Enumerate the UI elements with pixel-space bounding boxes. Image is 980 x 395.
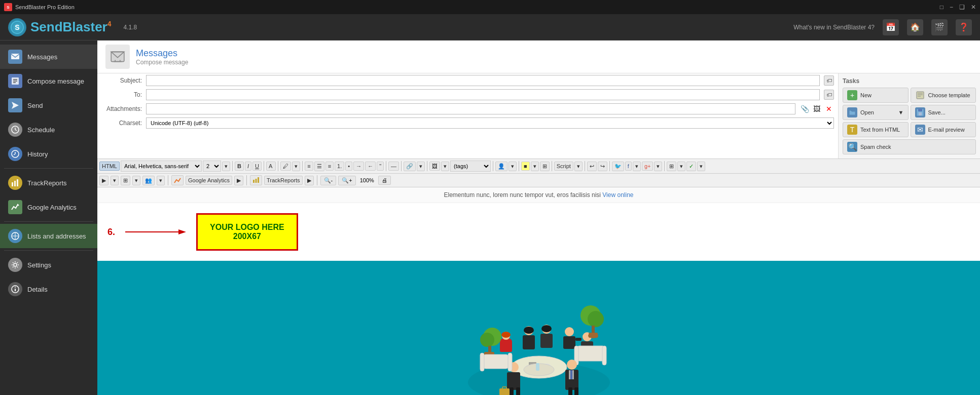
tr-label-btn[interactable]: TrackReports	[264, 176, 303, 185]
sidebar-item-send[interactable]: Send	[0, 93, 97, 117]
fb-arrow[interactable]: ▾	[633, 162, 641, 171]
yellow-btn[interactable]: ■	[521, 162, 530, 171]
toolbar2-btn1[interactable]: ▶	[99, 176, 108, 185]
layout-arrow[interactable]: ▾	[677, 162, 685, 171]
view-online-link[interactable]: View online	[602, 191, 633, 199]
ol-btn[interactable]: 1.	[335, 162, 344, 171]
outdent-btn[interactable]: ←	[365, 162, 376, 171]
check-arrow[interactable]: ▾	[697, 162, 705, 171]
redo-btn[interactable]: ↪	[598, 162, 607, 171]
maximize-btn[interactable]: ❑	[959, 4, 965, 11]
ga-icon-btn[interactable]	[171, 175, 184, 185]
hr-btn[interactable]: —	[388, 162, 399, 171]
table-btn[interactable]: ⊞	[540, 162, 550, 171]
google-plus-btn[interactable]: g+	[642, 162, 654, 171]
whats-new-link[interactable]: What's new in SendBlaster 4?	[793, 24, 875, 31]
to-input[interactable]	[146, 89, 820, 100]
toolbar2-arrow2[interactable]: ▾	[132, 176, 140, 185]
gplus-arrow[interactable]: ▾	[654, 162, 662, 171]
ul-btn[interactable]: •	[345, 162, 352, 171]
toolbar2-btn2[interactable]: ⊞	[121, 176, 130, 185]
tags-select[interactable]: (tags)	[450, 161, 491, 172]
script-btn[interactable]: Script	[554, 162, 573, 171]
task-texthtml-btn[interactable]: T Text from HTML	[843, 122, 909, 137]
print-btn[interactable]: 🖨	[378, 176, 391, 185]
attach-image-btn[interactable]: 🖼	[812, 104, 822, 114]
sidebar-item-schedule[interactable]: Schedule	[0, 117, 97, 142]
attach-file-btn[interactable]: 📎	[800, 104, 810, 114]
twitter-btn[interactable]: 🐦	[612, 162, 624, 171]
sidebar-item-trackreports[interactable]: TrackReports	[0, 171, 97, 195]
task-open-btn[interactable]: Open ▼	[843, 105, 909, 120]
layout-btn[interactable]: ⊞	[667, 162, 676, 171]
tr-icon-btn[interactable]	[250, 175, 262, 185]
ga-label-btn[interactable]: Google Analytics	[186, 176, 232, 185]
highlight-arrow[interactable]: ▾	[292, 162, 300, 171]
subject-tag-icon[interactable]: 🏷	[824, 75, 834, 86]
indent-btn[interactable]: →	[353, 162, 364, 171]
calendar-btn[interactable]: 📅	[883, 19, 899, 35]
help-btn[interactable]: ❓	[956, 19, 972, 35]
size-down-btn[interactable]: ▾	[222, 162, 230, 171]
yellow-arrow[interactable]: ▾	[531, 162, 539, 171]
link-arrow[interactable]: ▾	[417, 162, 425, 171]
to-tag-icon[interactable]: 🏷	[824, 90, 834, 100]
toolbar2-btn3[interactable]: 👥	[142, 176, 155, 185]
sidebar-item-details[interactable]: Details	[0, 277, 97, 301]
sidebar-item-analytics[interactable]: Google Analytics	[0, 195, 97, 219]
person-btn[interactable]: 👤	[495, 162, 507, 171]
zoom-out-btn[interactable]: 🔍-	[320, 176, 337, 185]
link-btn[interactable]: 🔗	[404, 162, 416, 171]
underline-btn[interactable]: U	[252, 162, 262, 171]
font-color-btn[interactable]: A	[266, 162, 276, 171]
align-center-btn[interactable]: ☰	[314, 162, 324, 171]
tr-label: TrackReports	[267, 177, 300, 183]
ga-arrow[interactable]: ▶	[234, 176, 243, 185]
undo-btn[interactable]: ↩	[587, 162, 597, 171]
content: Messages Compose message Send Schedule	[0, 41, 980, 395]
sidebar-item-compose[interactable]: Compose message	[0, 69, 97, 93]
task-spam-btn[interactable]: 🔍 Spam check	[843, 139, 976, 154]
task-new-btn[interactable]: + New	[843, 88, 909, 103]
logo-placeholder: YOUR LOGO HERE 200X67	[196, 213, 298, 251]
image-arrow[interactable]: ▾	[441, 162, 449, 171]
toolbar2-arrow1[interactable]: ▾	[111, 176, 119, 185]
close-btn[interactable]: ✕	[971, 4, 976, 11]
restore-btn[interactable]: □	[940, 4, 943, 11]
align-right-btn[interactable]: ≡	[325, 162, 334, 171]
font-family-select[interactable]: Arial, Helvetica, sans-serif	[121, 161, 202, 172]
task-save-btn[interactable]: Save...	[911, 105, 976, 120]
highlight-btn[interactable]: 🖊	[280, 162, 291, 171]
bold-btn[interactable]: B	[235, 162, 244, 171]
zoom-in-btn[interactable]: 🔍+	[338, 176, 355, 185]
charset-select[interactable]: Unicode (UTF-8) (utf-8)	[146, 117, 834, 129]
facebook-btn[interactable]: f	[625, 162, 632, 171]
minimize-btn[interactable]: −	[950, 4, 953, 11]
align-left-btn[interactable]: ≡	[305, 162, 313, 171]
person-arrow[interactable]: ▾	[509, 162, 517, 171]
open-arrow: ▼	[898, 109, 904, 115]
blockquote-btn[interactable]: "	[377, 162, 384, 171]
film-btn[interactable]: 🎬	[931, 19, 948, 35]
subject-input[interactable]	[146, 75, 820, 86]
sep9	[519, 161, 519, 171]
italic-btn[interactable]: I	[245, 162, 251, 171]
sidebar-item-settings[interactable]: Settings	[0, 253, 97, 277]
image-btn[interactable]: 🖼	[429, 162, 440, 171]
editor-area[interactable]: Elementum nunc, lorem nunc tempor vut, e…	[97, 187, 980, 395]
script-arrow[interactable]: ▾	[574, 162, 583, 171]
attach-remove-btn[interactable]: ✕	[824, 104, 834, 114]
toolbar2-arrow3[interactable]: ▾	[157, 176, 165, 185]
trackreports-icon	[8, 176, 22, 190]
sidebar-item-history[interactable]: History	[0, 142, 97, 166]
sidebar-item-lists[interactable]: Lists and addresses	[0, 224, 97, 248]
sidebar-item-messages[interactable]: Messages	[0, 45, 97, 69]
home-btn[interactable]: 🏠	[907, 19, 923, 35]
font-size-select[interactable]: 2	[203, 161, 221, 172]
tr-arrow[interactable]: ▶	[305, 176, 314, 185]
html-btn[interactable]: HTML	[99, 162, 120, 171]
task-preview-btn[interactable]: ✉ E-mail preview	[911, 122, 976, 137]
task-template-btn[interactable]: Choose template	[911, 88, 976, 103]
check-btn[interactable]: ✓	[686, 162, 696, 171]
view-online-text: Elementum nunc, lorem nunc tempor vut, e…	[444, 191, 601, 199]
